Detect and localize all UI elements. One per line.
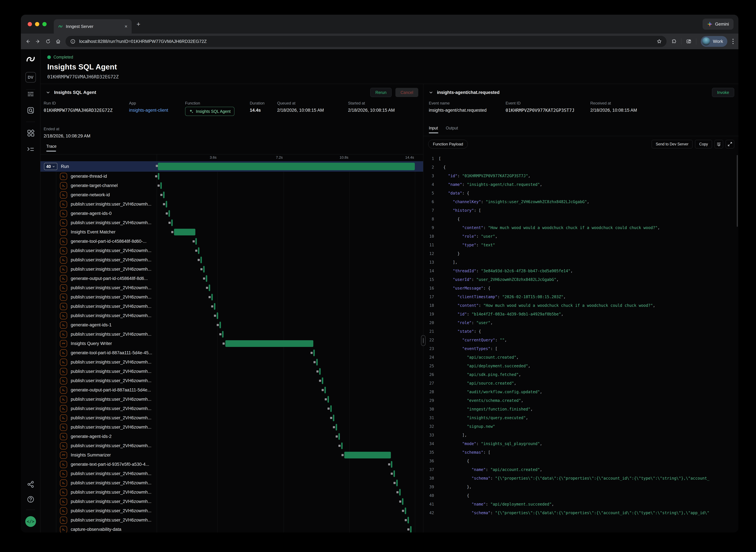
payload-json-viewer[interactable]: 1[2 {3 "id": "01KHRMPVZP0V977KAT2GP3ST7J… [423, 152, 738, 532]
collapse-event-icon[interactable] [429, 90, 433, 95]
terminal-step-icon [61, 388, 66, 392]
trace-row[interactable]: publish:user:insights:user_2VH6zowmh... [40, 330, 423, 339]
code-line: 23 "eventTypes": [ [423, 344, 738, 353]
trace-row[interactable]: capture-observability-data [40, 525, 423, 532]
trace-row[interactable]: publish:user:insights:user_2VH6zowmh... [40, 413, 423, 423]
trace-row[interactable]: publish:user:insights:user_2VH6zowmh... [40, 255, 423, 265]
trace-row[interactable]: generate-text-part-id-9357e5f0-a530-4... [40, 460, 423, 469]
trace-row[interactable]: publish:user:insights:user_2VH6zowmh... [40, 265, 423, 274]
trace-row-label: generate-text-part-id-9357e5f0-a530-4... [71, 462, 149, 467]
close-window-button[interactable] [28, 22, 32, 26]
env-badge[interactable]: DV [25, 72, 36, 83]
functions-icon[interactable] [26, 145, 35, 154]
tab-close-icon[interactable]: × [125, 24, 128, 29]
share-icon[interactable] [26, 480, 35, 489]
browser-menu-icon[interactable] [732, 38, 734, 45]
trace-row[interactable]: publish:user:insights:user_2VH6zowmh... [40, 358, 423, 367]
trace-row[interactable]: publish:user:insights:user_2VH6zowmh... [40, 311, 423, 320]
expand-button[interactable] [726, 140, 734, 148]
trace-row[interactable]: Insights Summarizer [40, 450, 423, 460]
app-link[interactable]: insights-agent-client [129, 108, 168, 113]
queue-marker [214, 315, 216, 317]
trace-row[interactable]: publish:user:insights:user_2VH6zowmh... [40, 441, 423, 450]
trace-row[interactable]: publish:user:insights:user_2VH6zowmh... [40, 404, 423, 413]
trace-row[interactable]: publish:user:insights:user_2VH6zowmh... [40, 376, 423, 385]
event-search-icon[interactable] [26, 106, 35, 115]
trace-row[interactable]: generate-agent-ids-0 [40, 209, 423, 218]
trace-row[interactable]: publish:user:insights:user_2VH6zowmh... [40, 423, 423, 432]
sidebar-search-icon[interactable] [686, 39, 692, 44]
code-line: 5 "data": { [423, 189, 738, 197]
home-icon[interactable] [55, 39, 61, 44]
trace-row[interactable]: generate-tool-part-id-887aa111-5d4e-45..… [40, 348, 423, 358]
trace-run-row[interactable]: 40 Run [40, 161, 423, 172]
trace-row[interactable]: generate-agent-ids-1 [40, 320, 423, 330]
trace-row[interactable]: publish:user:insights:user_2VH6zowmh... [40, 506, 423, 516]
bookmark-star-icon[interactable] [656, 39, 662, 44]
site-info-icon[interactable] [70, 39, 75, 44]
forward-icon[interactable] [35, 39, 41, 44]
browser-tab[interactable]: Inngest Server × [54, 19, 132, 34]
expand-steps-control[interactable]: 40 [44, 163, 57, 170]
back-icon[interactable] [25, 39, 31, 44]
trace-row[interactable]: publish:user:insights:user_2VH6zowmh... [40, 516, 423, 525]
trace-row[interactable]: generate-network-id [40, 190, 423, 199]
trace-row[interactable]: publish:user:insights:user_2VH6zowmh... [40, 497, 423, 506]
apps-icon[interactable] [26, 128, 35, 138]
trace-row[interactable]: generate-output-part-id-887aa111-5d4e... [40, 385, 423, 395]
trace-row[interactable]: generate-target-channel [40, 181, 423, 190]
step-duration-bar [225, 340, 313, 347]
copy-button[interactable]: Copy [695, 140, 712, 148]
trace-row[interactable]: publish:user:insights:user_2VH6zowmh... [40, 283, 423, 292]
reload-icon[interactable] [45, 39, 51, 44]
zoom-window-button[interactable] [42, 22, 47, 26]
queue-marker [166, 213, 168, 215]
trace-row[interactable]: publish:user:insights:user_2VH6zowmh... [40, 488, 423, 497]
trace-row-label: publish:user:insights:user_2VH6zowmh... [71, 248, 151, 253]
wrap-lines-button[interactable] [715, 140, 723, 148]
gemini-icon [707, 21, 712, 27]
trace-row[interactable]: publish:user:insights:user_2VH6zowmh... [40, 302, 423, 311]
tab-output[interactable]: Output [446, 126, 458, 136]
trace-row[interactable]: publish:user:insights:user_2VH6zowmh... [40, 246, 423, 255]
trace-row-label: publish:user:insights:user_2VH6zowmh... [71, 471, 151, 476]
trace-row[interactable]: publish:user:insights:user_2VH6zowmh... [40, 367, 423, 376]
tab-input[interactable]: Input [429, 126, 438, 136]
help-icon[interactable] [26, 495, 35, 504]
function-badge[interactable]: Insights SQL Agent [185, 107, 234, 116]
send-to-dev-server-button[interactable]: Send to Dev Server [652, 140, 693, 148]
trace-row[interactable]: publish:user:insights:user_2VH6zowmh... [40, 199, 423, 209]
trace-row[interactable]: Insights Query Writer [40, 339, 423, 348]
trace-row[interactable]: Insights Event Matcher [40, 228, 423, 237]
trace-row[interactable]: generate-tool-part-id-c458648f-8d60-... [40, 237, 423, 246]
trace-row[interactable]: publish:user:insights:user_2VH6zowmh... [40, 395, 423, 404]
trace-row[interactable]: publish:user:insights:user_2VH6zowmh... [40, 469, 423, 478]
gemini-button[interactable]: Gemini [703, 19, 734, 30]
rerun-button[interactable]: Rerun [370, 88, 391, 97]
panel-resize-handle[interactable] [421, 335, 425, 346]
collapse-run-icon[interactable] [46, 90, 50, 95]
new-tab-button[interactable]: + [137, 20, 140, 28]
trace-row-label: publish:user:insights:user_2VH6zowmh... [71, 295, 151, 300]
cancel-button[interactable]: Cancel [395, 88, 418, 97]
tab-strip: Inngest Server × + Gemini [21, 15, 738, 34]
tab-trace[interactable]: Trace [46, 144, 56, 152]
function-payload-button[interactable]: Function Payload [428, 140, 468, 148]
extensions-icon[interactable] [671, 39, 677, 44]
queue-marker [203, 277, 205, 280]
address-bar[interactable]: localhost:8288/run?runID=01KHRMPW77GVMAJ… [65, 36, 667, 47]
trace-row[interactable]: publish:user:insights:user_2VH6zowmh... [40, 292, 423, 302]
scrollbar-thumb[interactable] [737, 155, 738, 227]
started-at-value: 2/18/2026, 10:08:15 AM [348, 108, 395, 113]
trace-row[interactable]: generate-output-part-id-c458648f-8d6... [40, 274, 423, 283]
dev-tools-button[interactable]: </> [25, 516, 36, 527]
trace-row[interactable]: publish:user:insights:user_2VH6zowmh... [40, 478, 423, 488]
step-duration-bar [206, 275, 207, 282]
minimize-window-button[interactable] [35, 22, 39, 26]
runs-list-icon[interactable] [26, 90, 35, 99]
trace-row[interactable]: publish:user:insights:user_2VH6zowmh... [40, 218, 423, 228]
invoke-button[interactable]: Invoke [712, 88, 734, 97]
profile-chip[interactable]: Work [701, 36, 727, 47]
trace-row[interactable]: generate-agent-ids-2 [40, 432, 423, 441]
trace-row[interactable]: generate-thread-id [40, 172, 423, 181]
